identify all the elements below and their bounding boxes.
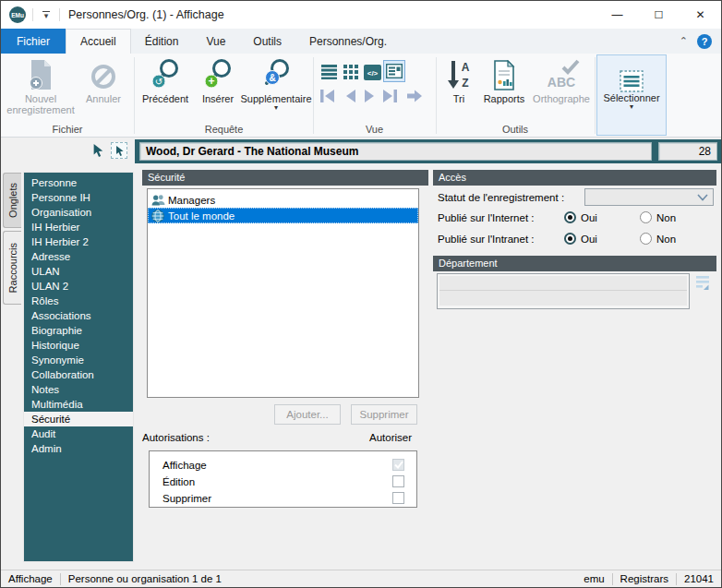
search-additional-icon: & <box>240 55 312 90</box>
group-name: Tout le monde <box>168 210 235 222</box>
svg-text:↺: ↺ <box>155 77 162 87</box>
record-status-label: Statut de l'enregistrement : <box>438 192 564 203</box>
sidebar-item-ulan-2[interactable]: ULAN 2 <box>24 279 133 294</box>
insert-button[interactable]: + Insérer <box>196 55 240 104</box>
next-record-icon[interactable] <box>360 87 380 105</box>
reports-button[interactable]: Rapports <box>478 55 530 104</box>
sidebar-item-ih-herbier-2[interactable]: IH Herbier 2 <box>24 234 133 249</box>
cancel-button[interactable]: Annuler <box>78 55 128 104</box>
sidebar-item-adresse[interactable]: Adresse <box>24 249 133 264</box>
sidebar-item-biographie[interactable]: Biographie <box>24 323 133 338</box>
sidebar-tab-onglets[interactable]: Onglets <box>3 173 21 228</box>
departement-value <box>439 276 687 291</box>
titlebar: EMu ▾ Personnes/Org. (1) - Affichage — ☐… <box>1 1 721 29</box>
goto-record-icon[interactable] <box>404 87 425 105</box>
intranet-oui-radio[interactable] <box>564 233 576 245</box>
form-view-icon[interactable] <box>383 60 405 82</box>
status-record-info: Personne ou organisation 1 de 1 <box>61 573 229 584</box>
select-button[interactable]: Sélectionner ▾ <box>596 54 667 136</box>
ribbon: Nouvel enregistrement Annuler Fichier ↺ … <box>1 54 721 138</box>
sidebar-item-collaboration[interactable]: Collaboration <box>24 367 133 382</box>
departement-field[interactable] <box>437 273 690 309</box>
record-title: Wood, Dr Gerard - The National Museum <box>139 142 652 161</box>
code-view-icon[interactable]: </> <box>363 63 381 81</box>
ribbon-group-requete: ↺ Précédent + Insérer & Supplémentaire ▾… <box>135 54 313 138</box>
previous-record-icon[interactable] <box>340 87 360 105</box>
minimize-button[interactable]: — <box>596 1 638 29</box>
sidebar-item-associations[interactable]: Associations <box>24 308 133 323</box>
sidebar-item-personne[interactable]: Personne <box>24 175 133 190</box>
last-record-icon[interactable] <box>380 87 401 105</box>
help-icon[interactable]: ? <box>697 34 712 49</box>
chevron-down-icon <box>697 194 708 201</box>
select-mode-icon[interactable] <box>111 142 127 159</box>
internet-oui-radio[interactable] <box>564 211 576 223</box>
grid-view-icon[interactable] <box>342 63 360 81</box>
lookup-list-icon[interactable] <box>695 275 710 291</box>
sidebar-item-audit[interactable]: Audit <box>24 426 133 441</box>
sidebar-item-admin[interactable]: Admin <box>24 441 133 456</box>
first-record-icon[interactable] <box>317 87 337 105</box>
sidebar-item-securite[interactable]: Sécurité <box>24 412 133 426</box>
sidebar-item-organisation[interactable]: Organisation <box>24 205 133 220</box>
new-record-icon <box>6 55 75 90</box>
tab-edition[interactable]: Édition <box>131 29 193 54</box>
tab-outils[interactable]: Outils <box>239 29 295 54</box>
new-record-button[interactable]: Nouvel enregistrement <box>6 55 75 115</box>
tab-fichier[interactable]: Fichier <box>1 29 66 54</box>
status-mode: Affichage <box>1 573 60 584</box>
permission-row-supprimer: Supprimer <box>150 490 416 506</box>
ribbon-group-vue: </> Vue <box>313 54 436 138</box>
internet-non-radio[interactable] <box>640 211 652 223</box>
add-button[interactable]: Ajouter... <box>274 404 341 425</box>
tab-accueil[interactable]: Accueil <box>66 29 131 54</box>
titlebar-divider <box>59 8 60 21</box>
spelling-button[interactable]: ABC Orthographe <box>530 55 593 104</box>
list-item-managers[interactable]: Managers <box>148 192 418 208</box>
previous-query-button[interactable]: ↺ Précédent <box>137 55 194 104</box>
sidebar-item-ulan[interactable]: ULAN <box>24 264 133 279</box>
intranet-non-radio[interactable] <box>640 233 652 245</box>
internet-oui-label: Oui <box>581 212 597 223</box>
pointer-cursor-icon[interactable] <box>91 143 104 158</box>
group-label-requete: Requête <box>135 124 313 135</box>
status-number: 21041 <box>677 573 721 584</box>
selection-tools <box>91 139 134 162</box>
sidebar-item-personne-ih[interactable]: Personne IH <box>24 190 133 205</box>
tab-vue[interactable]: Vue <box>192 29 239 54</box>
quick-access-dropdown-icon[interactable]: ▾ <box>40 11 53 18</box>
sidebar-item-historique[interactable]: Historique <box>24 338 133 353</box>
maximize-button[interactable]: ☐ <box>638 1 680 29</box>
permission-name: Édition <box>150 476 195 487</box>
list-view-icon[interactable] <box>320 63 339 81</box>
tab-personnes-org[interactable]: Personnes/Org. <box>295 29 401 54</box>
close-button[interactable]: ✕ <box>680 1 721 29</box>
internet-non-label: Non <box>656 212 676 223</box>
list-item-tout-le-monde[interactable]: Tout le monde <box>148 208 418 223</box>
sidebar-item-roles[interactable]: Rôles <box>24 294 133 308</box>
departement-row-2 <box>439 291 687 306</box>
sort-button[interactable]: AZ Tri <box>441 55 476 104</box>
sidebar-item-notes[interactable]: Notes <box>24 382 133 397</box>
sidebar-item-ih-herbier[interactable]: IH Herbier <box>24 220 133 234</box>
additional-query-button[interactable]: & Supplémentaire ▾ <box>240 55 312 112</box>
group-label-vue: Vue <box>313 124 436 135</box>
sidebar-item-multimedia[interactable]: Multimédia <box>24 397 133 412</box>
collapse-ribbon-icon[interactable]: ⌃ <box>680 35 688 47</box>
intranet-published-label: Publié sur l'Intranet : <box>438 234 534 245</box>
cancel-icon <box>78 55 128 90</box>
edition-checkbox[interactable] <box>392 475 404 487</box>
record-status-combobox[interactable] <box>584 188 714 206</box>
affichage-checkbox[interactable] <box>392 459 404 471</box>
remove-button[interactable]: Supprimer <box>351 404 417 425</box>
sidebar-tab-raccourcis[interactable]: Raccourcis <box>3 231 21 305</box>
spellcheck-abc-icon: ABC <box>530 55 593 90</box>
supprimer-checkbox[interactable] <box>392 492 404 504</box>
status-user: emu <box>576 573 611 584</box>
select-dropdown-caret: ▾ <box>597 103 666 111</box>
sidebar-item-synonymie[interactable]: Synonymie <box>24 353 133 367</box>
svg-text:A: A <box>462 61 470 74</box>
ribbon-group-fichier: Nouvel enregistrement Annuler Fichier <box>1 54 134 138</box>
svg-text:ABC: ABC <box>548 75 575 90</box>
status-role: Registrars <box>613 573 676 584</box>
